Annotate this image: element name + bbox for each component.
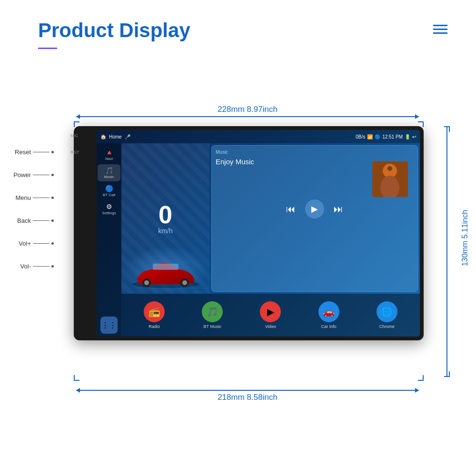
app-carinfo[interactable]: 🚗 Car Info [318, 301, 339, 329]
mic-icon: 🎤 [125, 134, 130, 139]
radio-icon: 📻 [144, 301, 165, 322]
status-right: 0B/s 📶 🔵 12:51 PM 🔋 ↩ [356, 134, 416, 139]
dimension-right-line [446, 126, 447, 377]
chrome-label: Chrome [379, 324, 395, 329]
carinfo-icon: 🚗 [318, 301, 339, 322]
nav-item-navi[interactable]: 🔺 Navi [98, 146, 120, 163]
dimension-top: 228mm 8.97inch [76, 105, 419, 117]
dimension-right-label: 130mm 5.11inch [460, 210, 470, 266]
status-time: 12:51 PM [382, 134, 403, 139]
navi-label: Navi [105, 157, 113, 161]
nav-item-btcall[interactable]: 🔵 BT Call [98, 182, 120, 199]
svg-point-9 [387, 166, 392, 171]
power-label: Power [5, 171, 31, 178]
music-nav-label: Music [104, 175, 114, 179]
status-left: 🏠 Home 🎤 [100, 134, 130, 139]
speed-panel: 0 km/h [121, 143, 209, 294]
car-image [130, 258, 201, 291]
album-art [372, 161, 408, 197]
next-button[interactable]: ⏭ [334, 204, 343, 215]
app-row: 📻 Radio 🎵 BT Music ▶ Video 🚗 [121, 294, 420, 337]
btcall-icon: 🔵 [105, 185, 113, 192]
svg-point-3 [144, 280, 149, 285]
svg-point-5 [182, 280, 187, 285]
app-btmusic[interactable]: 🎵 BT Music [202, 301, 223, 329]
speed-value: 0 [159, 202, 172, 227]
play-button[interactable]: ▶ [305, 199, 324, 218]
status-bar: 🏠 Home 🎤 0B/s 📶 🔵 12:51 PM 🔋 ↩ [97, 130, 420, 143]
music-header: Music [216, 149, 414, 155]
reset-label: Reset [5, 149, 31, 156]
dimension-top-arrow [76, 116, 419, 117]
title-underline [38, 48, 57, 49]
prev-button[interactable]: ⏮ [286, 204, 296, 215]
battery-icon: 🔋 [405, 134, 410, 139]
music-panel: Music Enjoy Music [211, 145, 418, 292]
main-content: 🔺 Navi 🎵 Music 🔵 BT Call ⚙ Settings [97, 143, 420, 337]
menu-button[interactable] [433, 25, 447, 34]
back-label: Back [5, 217, 31, 224]
carinfo-label: Car Info [321, 324, 337, 329]
dimension-bottom: 218mm 8.58inch [76, 390, 419, 402]
navi-icon: 🔺 [105, 149, 113, 156]
dimension-top-label: 228mm 8.97inch [218, 105, 278, 114]
nav-item-music[interactable]: 🎵 Music [98, 164, 120, 181]
menu-label: Menu [5, 194, 31, 201]
side-labels: Reset Power Menu Back Vol+ Vol- [5, 140, 54, 278]
device-container: 🏠 Home 🎤 0B/s 📶 🔵 12:51 PM 🔋 ↩ [74, 126, 424, 340]
music-info: Enjoy Music [216, 158, 414, 196]
app-video[interactable]: ▶ Video [260, 301, 281, 329]
music-controls: ⏮ ▶ ⏭ [216, 199, 414, 218]
btmusic-label: BT Music [204, 324, 221, 329]
signal-icon: 📶 [367, 134, 373, 139]
data-speed: 0B/s [356, 134, 365, 139]
grid-icon: ⋮⋮ [101, 321, 117, 330]
home-icon: 🏠 [100, 134, 106, 139]
app-grid-button[interactable]: ⋮⋮ [100, 317, 118, 334]
top-row: 0 km/h [121, 143, 420, 294]
svg-rect-1 [153, 264, 178, 270]
rst-text-label: RST [70, 150, 79, 155]
mic-text-label: MIC [70, 133, 79, 138]
device-screen[interactable]: 🏠 Home 🎤 0B/s 📶 🔵 12:51 PM 🔋 ↩ [97, 130, 420, 337]
volup-label: Vol+ [5, 240, 31, 247]
nav-panel: 🔺 Navi 🎵 Music 🔵 BT Call ⚙ Settings [97, 143, 121, 337]
settings-label: Settings [102, 211, 116, 215]
dimension-bottom-label: 218mm 8.58inch [218, 393, 278, 402]
app-chrome[interactable]: 🌐 Chrome [377, 301, 397, 329]
radio-label: Radio [149, 324, 160, 329]
bracket-bottom-right [418, 375, 424, 381]
video-icon: ▶ [260, 301, 281, 322]
nav-item-settings[interactable]: ⚙ Settings [98, 200, 120, 218]
voldown-label: Vol- [5, 263, 31, 270]
back-icon: ↩ [412, 134, 416, 139]
speed-unit: km/h [158, 227, 172, 235]
bluetooth-icon: 🔵 [375, 134, 380, 139]
dimension-bottom-arrow [76, 390, 419, 391]
chrome-icon: 🌐 [377, 301, 397, 322]
btcall-label: BT Call [103, 193, 115, 197]
car-stereo-device: 🏠 Home 🎤 0B/s 📶 🔵 12:51 PM 🔋 ↩ [74, 126, 424, 340]
settings-icon: ⚙ [106, 203, 112, 210]
status-home-label: Home [109, 134, 122, 139]
bracket-bottom-left [74, 375, 79, 381]
music-icon: 🎵 [105, 167, 113, 174]
video-label: Video [265, 324, 276, 329]
content-area: 0 km/h [121, 143, 420, 337]
app-radio[interactable]: 📻 Radio [144, 301, 165, 329]
page-title: Product Display [38, 19, 190, 42]
btmusic-icon: 🎵 [202, 301, 223, 322]
